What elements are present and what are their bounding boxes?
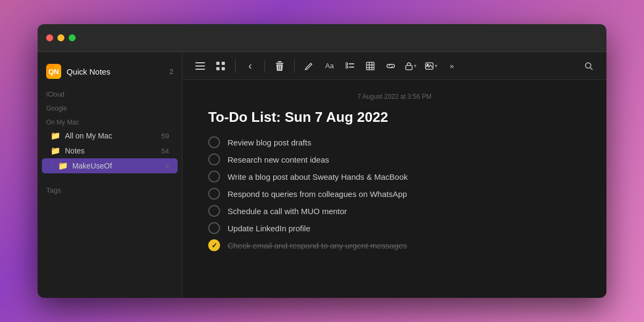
sidebar-item-quick-notes[interactable]: QN Quick Notes 2 xyxy=(38,61,182,86)
todo-item[interactable]: Respond to queries from colleagues on Wh… xyxy=(208,188,581,200)
sidebar-item-all-label: All on My Mac xyxy=(65,131,157,140)
maximize-button[interactable] xyxy=(69,34,76,41)
toolbar-divider-2 xyxy=(265,60,265,72)
link-button[interactable] xyxy=(382,57,400,75)
sidebar-item-makeuseof-count: 4 xyxy=(165,162,169,170)
checklist-button[interactable] xyxy=(341,57,359,75)
svg-rect-3 xyxy=(216,62,219,65)
media-button[interactable]: ▾ xyxy=(422,57,441,75)
toolbar-divider-1 xyxy=(235,60,236,72)
quick-notes-count: 2 xyxy=(170,68,173,76)
more-button[interactable]: » xyxy=(443,57,461,75)
font-button[interactable]: Aa xyxy=(320,57,339,75)
todo-text: Schedule a call with MUO mentor xyxy=(228,207,347,216)
chevron-right-icon: › xyxy=(50,163,53,169)
svg-point-10 xyxy=(346,66,348,68)
sidebar-item-notes[interactable]: 📁 Notes 54 xyxy=(42,143,178,158)
quick-notes-label: Quick Notes xyxy=(67,67,164,76)
svg-point-20 xyxy=(586,63,591,68)
svg-rect-1 xyxy=(195,65,205,67)
sidebar-tags-header: Tags xyxy=(38,180,182,196)
title-bar xyxy=(38,24,606,52)
list-view-button[interactable] xyxy=(191,57,209,75)
svg-rect-2 xyxy=(195,69,205,70)
back-button[interactable]: ‹ xyxy=(241,57,259,75)
todo-checkbox[interactable] xyxy=(208,188,220,200)
sidebar-item-notes-count: 54 xyxy=(162,147,169,155)
folder-icon-makeuseof: 📁 xyxy=(58,161,68,171)
note-timestamp: 7 August 2022 at 3:56 PM xyxy=(208,93,581,100)
table-button[interactable] xyxy=(361,57,379,75)
traffic-lights xyxy=(46,34,76,41)
todo-checkbox[interactable] xyxy=(208,222,220,234)
quick-notes-icon: QN xyxy=(46,64,61,79)
todo-text: Update LinkedIn profile xyxy=(228,224,310,233)
svg-rect-11 xyxy=(349,67,354,68)
svg-rect-4 xyxy=(222,62,225,65)
todo-item[interactable]: Update LinkedIn profile xyxy=(208,222,581,234)
svg-rect-7 xyxy=(276,63,283,64)
lock-chevron: ▾ xyxy=(414,63,416,69)
sidebar-item-all-count: 59 xyxy=(162,132,169,140)
todo-checkbox[interactable] xyxy=(208,239,220,251)
note-title[interactable]: To-Do List: Sun 7 Aug 2022 xyxy=(208,109,581,126)
todo-checkbox[interactable] xyxy=(208,153,220,165)
compose-button[interactable] xyxy=(300,57,318,75)
todo-text: Review blog post drafts xyxy=(228,138,311,147)
todo-item[interactable]: Review blog post drafts xyxy=(208,136,581,148)
todo-text: Research new content ideas xyxy=(228,155,329,164)
close-button[interactable] xyxy=(46,34,53,41)
svg-rect-17 xyxy=(406,65,412,70)
sidebar-item-makeuseof-label: MakeUseOf xyxy=(72,162,161,170)
sidebar-section-on-my-mac: On My Mac xyxy=(38,114,182,128)
main-toolbar: ‹ Aa xyxy=(182,52,606,80)
folder-icon-notes: 📁 xyxy=(50,146,61,156)
notes-window: QN Quick Notes 2 iCloud Google On My Mac… xyxy=(38,24,606,298)
todo-text: Respond to queries from colleagues on Wh… xyxy=(228,189,407,199)
right-panel: ‹ Aa xyxy=(182,52,606,298)
todo-item[interactable]: Schedule a call with MUO mentor xyxy=(208,205,581,217)
sidebar-section-google: Google xyxy=(38,100,182,114)
folder-icon: 📁 xyxy=(50,131,61,141)
sidebar-item-makeuseOf[interactable]: › 📁 MakeUseOf 4 xyxy=(42,158,178,173)
svg-rect-12 xyxy=(367,62,374,70)
delete-button[interactable] xyxy=(270,57,289,75)
sidebar-item-all-on-my-mac[interactable]: 📁 All on My Mac 59 xyxy=(42,128,178,143)
sidebar-item-notes-label: Notes xyxy=(65,147,157,155)
svg-rect-9 xyxy=(349,63,354,64)
todo-item[interactable]: Research new content ideas xyxy=(208,153,581,165)
sidebar-section-icloud: iCloud xyxy=(38,86,182,100)
todo-checkbox[interactable] xyxy=(208,205,220,217)
todo-text: Write a blog post about Sweaty Hands & M… xyxy=(228,172,408,181)
note-content: 7 August 2022 at 3:56 PM To-Do List: Sun… xyxy=(182,80,606,298)
search-button[interactable] xyxy=(580,57,598,75)
todo-checkbox[interactable] xyxy=(208,171,220,182)
todo-item[interactable]: Check email and respond to any urgent me… xyxy=(208,239,581,251)
toolbar-divider-3 xyxy=(294,60,295,72)
todo-text: Check email and respond to any urgent me… xyxy=(228,241,407,250)
todo-checkbox[interactable] xyxy=(208,136,220,148)
window-body: QN Quick Notes 2 iCloud Google On My Mac… xyxy=(38,52,606,298)
svg-rect-0 xyxy=(195,62,205,63)
todo-item[interactable]: Write a blog post about Sweaty Hands & M… xyxy=(208,171,581,182)
svg-rect-6 xyxy=(222,67,225,70)
grid-view-button[interactable] xyxy=(211,57,230,75)
svg-rect-5 xyxy=(216,67,219,70)
media-chevron: ▾ xyxy=(435,63,437,69)
todo-list: Review blog post draftsResearch new cont… xyxy=(208,136,581,251)
minimize-button[interactable] xyxy=(57,34,64,41)
sidebar: QN Quick Notes 2 iCloud Google On My Mac… xyxy=(38,52,182,298)
svg-line-21 xyxy=(590,68,592,70)
svg-point-8 xyxy=(346,63,348,65)
lock-button[interactable]: ▾ xyxy=(402,57,420,75)
